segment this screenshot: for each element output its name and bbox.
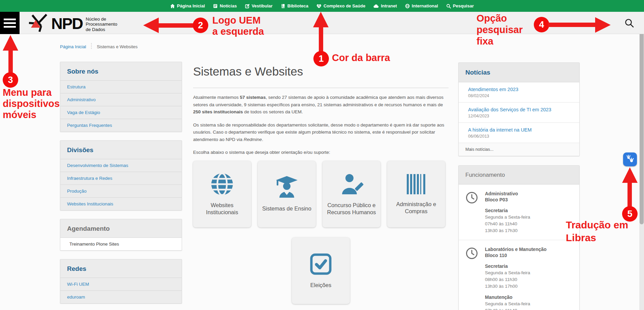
hours-section-label: Secretaria [485,263,547,269]
card-websites-institucionais[interactable]: Websites Institucionais [193,161,251,227]
top-utility-bar: Página Inicial Notícias Vestibular Bibli… [0,0,644,12]
npd-logo-subtitle-line: Núcleo de [86,17,117,22]
news-link[interactable]: A história da internet na UEM [468,127,573,133]
sidebar-section-agendamento: Agendamento Treinamento Plone Sites [60,219,182,251]
hamburger-bar [4,22,16,24]
sidebar-section-title: Redes [60,259,182,278]
card-label: Administração e Compras [387,201,445,215]
sidebar-item-vaga-de-estagio[interactable]: Vaga de Estágio [60,106,182,119]
sidebar-section-sobre-nos: Sobre nós Estrutura Administrativo Vaga … [60,62,182,132]
topbar-link-label: International [412,3,438,8]
annotation-badge-1: 1 [313,51,329,66]
cloud-icon [373,4,379,8]
hours-line: Segunda a Sexta-feira [485,270,547,276]
search-icon [624,18,635,28]
search-icon [446,4,451,8]
topbar-link-complexo-saude[interactable]: Complexo de Saúde [316,3,365,8]
annotation-badge-5: 5 [622,206,638,222]
barcode-icon [405,173,428,197]
hours-line: Segunda a Sexta-feira [485,214,530,220]
opening-hours-portlet: Funcionamento Administrativo Bloco P03 S… [458,165,580,310]
news-date: 06/06/2013 [468,134,573,139]
sidebar-section-redes: Redes Wi-Fi UEM eduroam [60,259,182,304]
card-sistemas-de-ensino[interactable]: Sistemas de Ensino [258,161,316,227]
graduate-icon [274,175,300,201]
hours-content: Laboratórios e Manutenção Bloco 110 Secr… [485,246,547,310]
card-label: Sistemas de Ensino [259,205,314,212]
arrow-up-icon [622,167,638,183]
sidebar-item-desenvolvimento-de-sistemas[interactable]: Desenvolvimento de Sistemas [60,159,182,172]
sidebar-section-divisoes: Divisões Desenvolvimento de Sistemas Inf… [60,140,182,210]
breadcrumb-current: Sistemas e Websites [97,44,137,49]
topbar-link-pesquisar[interactable]: Pesquisar [446,3,474,8]
sidebar-section-title: Sobre nós [60,62,182,81]
system-cards-row: Websites Institucionais Sistemas de Ensi… [193,161,449,227]
scrollbar[interactable] [639,12,644,310]
npd-logo[interactable]: NPD Núcleo de Processamento de Dados [28,14,117,33]
topbar-link-label: Pesquisar [453,3,474,8]
text-run: de todos os setores da UEM. [243,109,303,114]
home-icon [170,4,175,8]
sidebar-item-producao[interactable]: Produção [60,185,182,198]
sidebar-item-wifi-uem[interactable]: Wi-Fi UEM [60,278,182,291]
edit-icon [245,4,250,8]
annotation-badge-3: 3 [3,72,18,88]
hours-line: 07h40 às 11h40 [485,308,547,310]
card-eleicoes[interactable]: Eleições [292,237,350,304]
news-item[interactable]: Avaliação dos Serviços de TI em 2023 12/… [459,103,579,123]
breadcrumb-home-link[interactable]: Página Inicial [60,44,86,49]
hours-section-label: Secretaria [485,207,530,214]
text-run-italic: Redmine [244,137,262,142]
libras-hands-icon [626,154,635,165]
sidebar-section-title: Agendamento [60,219,182,238]
text-run-bold: 57 sistemas [240,95,266,100]
right-sidebar: Notícias Atendimentos em 2023 08/02/2024… [458,62,580,310]
site-header: NPD Núcleo de Processamento de Dados [0,12,644,34]
sidebar-item-infraestrutura-e-redes[interactable]: Infraestrutura e Redes [60,172,182,185]
sidebar-item-eduroam[interactable]: eduroam [60,291,182,303]
hours-line: 08h00 às 11h30 [485,277,547,283]
npd-logo-subtitle: Núcleo de Processamento de Dados [86,17,117,32]
annotation-label-1: Cor da barra [332,52,390,63]
card-label: Eleições [308,282,334,289]
card-administracao-e-compras[interactable]: Administração e Compras [387,161,445,227]
header-search-button[interactable] [624,18,635,30]
scrollbar-thumb[interactable] [640,13,644,224]
news-date: 12/04/2023 [468,114,573,118]
text-run: Atualmente mantemos [193,95,240,100]
text-run: . [262,137,263,142]
globe-icon [210,172,234,198]
sidebar-item-estrutura[interactable]: Estrutura [60,81,182,93]
news-item[interactable]: A história da internet na UEM 06/06/2013 [459,123,579,143]
page-title: Sistemas e Websites [193,65,449,78]
more-news-link[interactable]: Mais notícias... [459,143,579,156]
left-sidebar: Sobre nós Estrutura Administrativo Vaga … [60,62,182,310]
topbar-link-biblioteca[interactable]: Biblioteca [281,3,308,8]
hours-unit-name: Administrativo [485,191,530,197]
news-date: 08/02/2024 [468,93,573,98]
annotation-label-3c: móveis [3,109,36,120]
topbar-link-label: Complexo de Saúde [324,3,365,8]
news-link[interactable]: Atendimentos em 2023 [468,87,573,92]
sidebar-item-perguntas-frequentes[interactable]: Perguntas Frequentes [60,119,182,132]
hamburger-menu-button[interactable] [0,12,20,34]
arrow-shaft [627,181,632,208]
sidebar-item-administrativo[interactable]: Administrativo [60,93,182,106]
sidebar-item-websites-institucionais[interactable]: Websites Institucionais [60,198,182,210]
topbar-link-pagina-inicial[interactable]: Página Inicial [170,3,205,8]
topbar-link-label: Vestibular [252,3,273,8]
libras-translator-button[interactable] [623,152,637,166]
news-link[interactable]: Avaliação dos Serviços de TI em 2023 [468,107,573,112]
topbar-link-international[interactable]: International [405,3,438,8]
topbar-link-noticias[interactable]: Notícias [213,3,237,8]
annotation-label-3b: dispositivos [3,98,60,109]
arrow-up-icon [3,35,18,51]
news-item[interactable]: Atendimentos em 2023 08/02/2024 [459,82,579,103]
topbar-link-vestibular[interactable]: Vestibular [245,3,273,8]
sidebar-item-treinamento-plone-sites[interactable]: Treinamento Plone Sites [60,238,182,250]
hours-block-administrativo: Administrativo Bloco P03 Secretaria Segu… [459,185,579,240]
topbar-link-intranet[interactable]: Intranet [373,3,397,8]
heart-icon [316,4,321,8]
card-concurso-publico-rh[interactable]: Concurso Público e Recursos Humanos [323,161,380,227]
hamburger-bar [4,26,16,28]
